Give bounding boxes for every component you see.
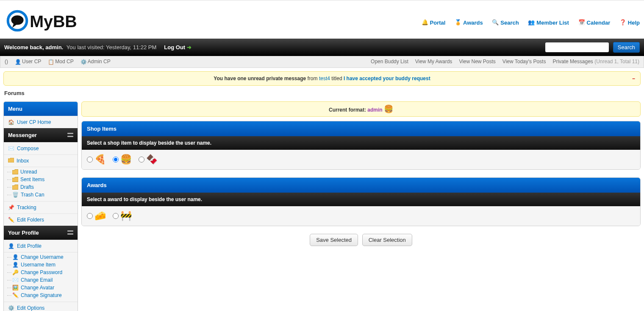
nav-usercp[interactable]: 👤User CP	[15, 59, 41, 65]
nav-admincp[interactable]: ⚙️Admin CP	[80, 59, 111, 65]
nav-pm[interactable]: Private Messages (Unread 1, Total 11)	[552, 59, 639, 64]
sidebar-trash[interactable]: 🗑️Trash Can	[10, 191, 78, 199]
calendar-link[interactable]: 📅Calendar	[578, 19, 611, 26]
nav-buddy[interactable]: Open Buddy List	[371, 59, 408, 64]
shop-head: Shop Items	[82, 121, 640, 136]
edit-icon: ✏️	[8, 217, 14, 223]
top-menu: 🔔Portal 🏅Awards 🔍Search 👥Member List 📅Ca…	[414, 19, 640, 26]
shop-item-chocolate[interactable]: 🍫	[139, 155, 158, 164]
sidebar-tracking[interactable]: 📌 Tracking	[4, 201, 78, 213]
collapse-icon[interactable]	[67, 133, 73, 137]
welcome-text: Welcome back, admin. You last visited: Y…	[4, 44, 156, 50]
breadcrumb[interactable]: Forums	[4, 90, 641, 96]
logo[interactable]: MyBB	[4, 5, 414, 39]
welcome-panel: Welcome back, admin. You last visited: Y…	[0, 39, 644, 56]
mail-icon: ✉️	[8, 146, 14, 151]
key-icon: 🔑	[12, 269, 19, 275]
burger-icon: 🍔	[384, 105, 393, 113]
construction-icon: 🚧	[120, 211, 132, 221]
svg-point-1	[11, 15, 23, 25]
collapse-icon[interactable]	[67, 230, 73, 235]
award-item-cheese[interactable]: 🧀	[87, 211, 106, 221]
shop-sub: Select a shop item to display beside the…	[82, 136, 640, 150]
nav-newposts[interactable]: View New Posts	[459, 59, 495, 64]
sidebar: Menu 🏠 User CP Home Messenger ✉️ Compose…	[3, 101, 78, 311]
cheese-icon: 🧀	[94, 211, 106, 221]
sidebar-sent[interactable]: Sent Items	[10, 176, 78, 183]
sidebar-inbox[interactable]: Inbox	[4, 154, 78, 167]
awards-link[interactable]: 🏅Awards	[455, 19, 483, 26]
award-item-construction[interactable]: 🚧	[113, 211, 132, 221]
awards-sub: Select a award to display beside the use…	[82, 193, 640, 206]
search-input[interactable]	[545, 42, 609, 52]
chocolate-icon: 🍫	[146, 155, 158, 164]
search-button[interactable]: Search	[613, 42, 640, 53]
sidebar-compose[interactable]: ✉️ Compose	[4, 142, 78, 154]
sidebar-drafts[interactable]: Drafts	[10, 183, 78, 191]
mail-icon: ✉️	[12, 277, 19, 283]
home-icon: 🏠	[8, 119, 14, 125]
sidebar-changeavatar[interactable]: 🖼️Change Avatar	[10, 284, 78, 291]
nav-todayposts[interactable]: View Today's Posts	[502, 59, 546, 64]
dismiss-icon[interactable]: –	[632, 76, 635, 81]
search-link[interactable]: 🔍Search	[492, 19, 519, 26]
nav-viewawards[interactable]: View My Awards	[415, 59, 452, 64]
sidebar-editoptions[interactable]: ⚙️ Edit Options	[4, 302, 78, 311]
logout-link[interactable]: Log Out➜	[164, 44, 192, 50]
sidebar-editprofile[interactable]: 👤 Edit Profile	[4, 240, 78, 252]
image-icon: 🖼️	[12, 285, 19, 291]
awards-head: Awards	[82, 178, 640, 193]
pm-notice: You have one unread private message from…	[3, 71, 641, 86]
nav-modcp[interactable]: 📋Mod CP	[48, 59, 73, 65]
user-icon: 👤	[12, 254, 19, 260]
pencil-icon: ✏️	[12, 292, 19, 298]
nav-empty: ()	[5, 59, 8, 64]
user-icon: 👤	[12, 262, 19, 268]
folder-icon	[8, 158, 14, 164]
svg-text:MyBB: MyBB	[30, 12, 77, 31]
notice-sender[interactable]: test4	[319, 76, 330, 81]
pin-icon: 📌	[8, 205, 14, 210]
side-messenger-head: Messenger	[4, 128, 78, 142]
shop-item-burger[interactable]: 🍔	[113, 155, 132, 164]
sidebar-changeusername[interactable]: 👤Change Username	[10, 253, 78, 261]
notice-subject[interactable]: I have accepted your buddy request	[344, 76, 430, 81]
memberlist-link[interactable]: 👥Member List	[528, 19, 569, 26]
shop-item-pizza[interactable]: 🍕	[87, 155, 106, 164]
sidebar-usercp-home[interactable]: 🏠 User CP Home	[4, 116, 78, 128]
trash-icon: 🗑️	[12, 192, 19, 198]
sidebar-usernameitem[interactable]: 👤Username Item	[10, 261, 78, 269]
side-menu-head: Menu	[4, 102, 78, 116]
sidebar-changepassword[interactable]: 🔑Change Password	[10, 269, 78, 276]
sidebar-unread[interactable]: Unread	[10, 168, 78, 176]
burger-icon: 🍔	[120, 155, 132, 164]
sidebar-changeemail[interactable]: ✉️Change Email	[10, 276, 78, 284]
nav-bar: () 👤User CP 📋Mod CP ⚙️Admin CP Open Budd…	[0, 56, 644, 68]
help-link[interactable]: ❓Help	[619, 19, 640, 26]
clear-button[interactable]: Clear Selection	[362, 234, 412, 246]
awards-panel: Awards Select a award to display beside …	[81, 177, 641, 226]
sidebar-editfolders[interactable]: ✏️ Edit Folders	[4, 213, 78, 226]
sidebar-changesignature[interactable]: ✏️Change Signature	[10, 291, 78, 299]
gear-icon: ⚙️	[8, 305, 14, 311]
current-user: admin	[367, 107, 382, 113]
portal-link[interactable]: 🔔Portal	[422, 19, 446, 26]
save-button[interactable]: Save Selected	[310, 234, 358, 246]
shop-items-panel: Shop Items Select a shop item to display…	[81, 121, 641, 170]
current-format-box: Current format: admin 🍔	[81, 101, 641, 117]
profile-icon: 👤	[8, 243, 14, 249]
pizza-icon: 🍕	[94, 155, 106, 164]
side-profile-head: Your Profile	[4, 226, 78, 240]
notice-prefix: You have one unread private message	[214, 76, 306, 81]
